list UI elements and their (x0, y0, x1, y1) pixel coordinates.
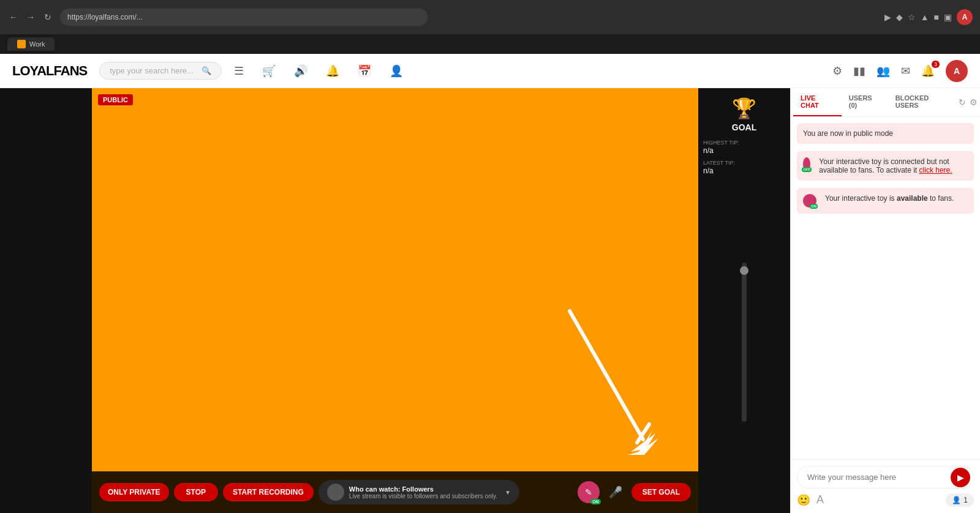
audio-icon[interactable]: 🔊 (294, 64, 307, 78)
chat-input-area: ▶ 🙂 A 👤 1 (791, 459, 980, 513)
calendar-icon[interactable]: 📅 (358, 64, 371, 78)
search-placeholder: type your search here... (110, 66, 194, 75)
forward-button[interactable]: → (24, 11, 37, 23)
mic-icon: 🎤 (609, 485, 622, 499)
text-format-icon[interactable]: A (816, 493, 824, 507)
chat-settings-icon[interactable]: ⚙ (970, 97, 978, 107)
tab-live-chat-label: LIVE CHAT (801, 94, 819, 109)
app-header: LOYALFANS type your search here... 🔍 ☰ 🛒… (0, 54, 980, 88)
tab-users[interactable]: USERS (0) (842, 88, 888, 116)
back-button[interactable]: ← (7, 11, 20, 23)
address-bar[interactable]: https://loyalfans.com/... (60, 9, 428, 26)
public-mode-notice: You are now in public mode (797, 123, 974, 144)
toy-connected-text: Your interactive toy is connected but no… (819, 157, 968, 174)
people-icon[interactable]: 👥 (876, 64, 890, 78)
ext-icon[interactable]: ◆ (896, 12, 903, 22)
toy-off-badge: OFF (802, 167, 812, 172)
who-icon (327, 484, 344, 501)
profile-icon[interactable]: ▲ (921, 12, 929, 22)
latest-tip-label: LATEST TIP: (703, 160, 735, 166)
mail-icon[interactable]: ✉ (901, 64, 910, 78)
bell-badge: 3 (932, 61, 940, 68)
toy-on-badge: ON (590, 499, 601, 504)
bar-icon[interactable]: ▮▮ (853, 64, 865, 78)
public-mode-text: You are now in public mode (803, 129, 893, 138)
only-private-button[interactable]: ONLY PRIVATE (99, 483, 169, 501)
chat-message-input[interactable] (797, 466, 974, 489)
highest-tip-label: HIGHEST TIP: (703, 140, 739, 146)
search-bar[interactable]: type your search here... 🔍 (99, 62, 222, 80)
chat-send-button[interactable]: ▶ (951, 468, 970, 487)
browser-actions: ▶ ◆ ☆ ▲ ■ ▣ A (884, 9, 973, 25)
toy-connected-notice: OFF Your interactive toy is connected bu… (797, 151, 974, 181)
browser-nav: ← → ↻ (7, 11, 54, 23)
user-avatar-header[interactable]: A (946, 60, 968, 82)
chat-panel: LIVE CHAT USERS (0) BLOCKED USERS ↻ ⚙ Yo… (790, 88, 980, 513)
chat-bottom-row: 🙂 A 👤 1 (797, 493, 974, 507)
video-container: PUBLIC ONLY PRIVATE STOP START RECORDING… (92, 88, 698, 513)
video-icon[interactable]: ▶ (884, 12, 891, 22)
settings-icon[interactable]: ⚙ (832, 64, 842, 78)
who-sub: Live stream is visible to followers and … (349, 493, 497, 500)
person-icon: 👤 (952, 496, 961, 504)
tab-bar: Work (0, 34, 980, 54)
bell-icon[interactable]: 🔔 3 (921, 64, 935, 78)
chat-tabs: LIVE CHAT USERS (0) BLOCKED USERS ↻ ⚙ (791, 88, 980, 117)
tab-blocked-label: BLOCKED USERS (895, 94, 929, 109)
toy-available-bold: available (897, 194, 928, 203)
start-recording-button[interactable]: START RECORDING (223, 483, 314, 501)
activate-link[interactable]: click here. (919, 166, 952, 174)
tab-blocked[interactable]: BLOCKED USERS (888, 88, 959, 116)
tab-work[interactable]: Work (7, 37, 55, 51)
toy-available-icon: ON (803, 194, 816, 208)
goal-slider-thumb (740, 266, 748, 275)
latest-tip-value: n/a (703, 167, 714, 175)
address-text: https://loyalfans.com/... (67, 13, 143, 21)
chat-refresh-icon[interactable]: ↻ (959, 97, 966, 107)
main-layout: PUBLIC ONLY PRIVATE STOP START RECORDING… (0, 88, 980, 513)
arrow-overlay (551, 293, 662, 464)
chat-messages: You are now in public mode OFF Your inte… (791, 117, 980, 459)
split-icon[interactable]: ▣ (944, 12, 952, 22)
online-count: 👤 1 (946, 493, 974, 507)
tab-favicon (17, 40, 26, 48)
refresh-button[interactable]: ↻ (42, 11, 54, 23)
online-number: 1 (963, 496, 968, 504)
who-text: Who can watch: Followers Live stream is … (349, 485, 497, 500)
user-avatar[interactable]: A (957, 9, 973, 25)
logo: LOYALFANS (12, 63, 87, 79)
set-goal-button[interactable]: SET GOAL (631, 483, 691, 501)
mic-button[interactable]: 🎤 (605, 481, 627, 503)
extension-icon[interactable]: ■ (934, 12, 939, 22)
goal-slider (742, 180, 747, 504)
toy-available-text: Your interactive toy is available to fan… (825, 194, 954, 203)
notification-icon[interactable]: 🔔 (326, 64, 339, 78)
chat-tab-icons: ↻ ⚙ (959, 97, 978, 107)
logo-fans: FANS (54, 63, 88, 78)
public-badge: PUBLIC (98, 94, 133, 105)
list-icon[interactable]: ☰ (234, 64, 244, 78)
nav-icons-center: ☰ 🛒 🔊 🔔 📅 👤 (234, 64, 403, 78)
highest-tip-value: n/a (703, 146, 714, 155)
goal-slider-track[interactable] (742, 263, 747, 422)
browser-bar: ← → ↻ https://loyalfans.com/... ▶ ◆ ☆ ▲ … (0, 0, 980, 34)
toy-on-badge2: ON (810, 204, 818, 209)
who-can-watch[interactable]: Who can watch: Followers Live stream is … (318, 480, 519, 504)
sidebar-left (0, 88, 92, 513)
goal-title: GOAL (732, 122, 756, 132)
toy-icon: ✎ (585, 487, 592, 497)
goal-panel: 🏆 GOAL HIGHEST TIP: n/a LATEST TIP: n/a (698, 88, 790, 513)
tab-live-chat[interactable]: LIVE CHAT (793, 88, 842, 116)
chat-bottom-icons: 🙂 A (797, 493, 824, 507)
emoji-icon[interactable]: 🙂 (797, 493, 810, 507)
shop-icon[interactable]: 🛒 (262, 64, 276, 78)
chat-input-row: ▶ (797, 466, 974, 489)
toy-button[interactable]: ✎ ON (578, 481, 600, 503)
toy-available-notice: ON Your interactive toy is available to … (797, 188, 974, 214)
users-icon[interactable]: 👤 (390, 64, 403, 78)
stop-button[interactable]: STOP (174, 483, 218, 501)
toy-connected-icon: OFF (803, 157, 810, 171)
bookmark-icon[interactable]: ☆ (908, 12, 916, 22)
tab-label: Work (29, 40, 45, 48)
chevron-down-icon: ▼ (505, 489, 511, 496)
